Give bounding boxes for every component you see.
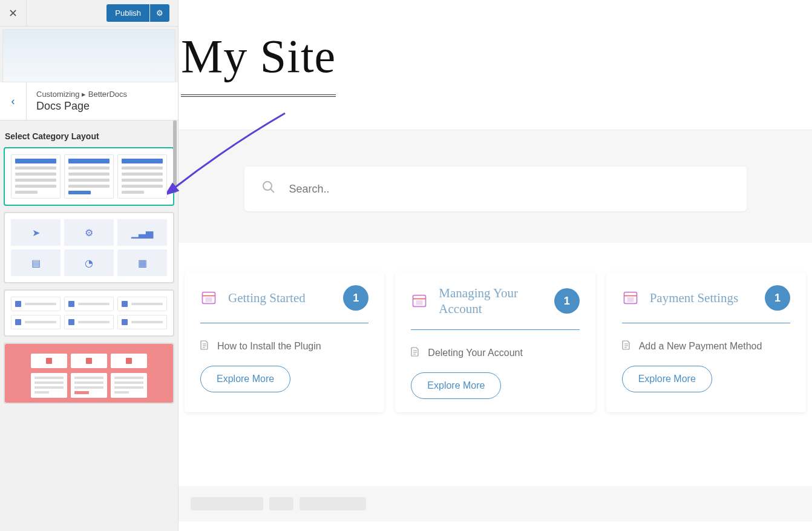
publish-settings-button[interactable]: ⚙	[150, 4, 169, 22]
gear-icon: ⚙	[156, 8, 163, 18]
doc-link[interactable]: Deleting Your Account	[411, 347, 579, 359]
doc-count-badge: 1	[554, 288, 580, 314]
doc-count-badge: 1	[765, 285, 790, 311]
chart-icon: ▁▃▅	[117, 219, 167, 246]
chevron-left-icon: ‹	[11, 95, 15, 108]
layout-option-1[interactable]	[4, 147, 174, 206]
svg-rect-7	[627, 298, 633, 302]
close-icon: ✕	[8, 7, 18, 20]
layout-option-2[interactable]: ➤ ⚙ ▁▃▅ ▤ ◔ ▦	[4, 212, 174, 283]
document-icon	[200, 340, 209, 352]
category-card: Payment Settings 1 Add a New Payment Met…	[606, 272, 806, 412]
back-button[interactable]: ‹	[0, 82, 27, 120]
doc-title: How to Install the Plugin	[217, 341, 321, 352]
section-heading: Select Category Layout	[4, 124, 174, 147]
explore-more-button[interactable]: Explore More	[622, 366, 712, 392]
document-icon	[411, 347, 419, 359]
svg-line-1	[270, 189, 274, 193]
category-title: Managing Your Account	[439, 285, 543, 317]
layout-option-4[interactable]	[4, 343, 174, 404]
svg-rect-5	[417, 301, 422, 305]
svg-point-0	[263, 182, 272, 190]
search-box[interactable]	[244, 167, 747, 211]
pie-icon: ◔	[64, 249, 114, 276]
category-icon	[622, 289, 639, 306]
category-title: Payment Settings	[650, 290, 754, 306]
site-preview-thumbnail	[2, 29, 175, 82]
site-title: My Site	[181, 0, 336, 97]
gear-icon: ⚙	[64, 219, 114, 246]
category-card: Managing Your Account 1 Deleting Your Ac…	[395, 272, 595, 412]
publish-button[interactable]: Publish	[106, 4, 149, 22]
category-title: Getting Started	[228, 290, 332, 306]
layout-option-3[interactable]	[4, 289, 174, 337]
customizer-sidebar: ✕ Publish ⚙ ‹ Customizing ▸ BetterDocs D…	[0, 0, 178, 531]
preview-pane: My Site Getting Started 1	[178, 0, 812, 531]
doc-title: Add a New Payment Method	[639, 341, 762, 352]
breadcrumb: Customizing ▸ BetterDocs	[36, 90, 127, 99]
sidebar-topbar: ✕ Publish ⚙	[0, 0, 178, 27]
explore-more-button[interactable]: Explore More	[411, 372, 501, 399]
panel-title: Docs Page	[36, 100, 127, 113]
category-icon	[411, 292, 428, 309]
doc-title: Deleting Your Account	[428, 348, 523, 358]
scrollbar-thumb[interactable]	[173, 120, 177, 193]
cursor-icon: ➤	[11, 219, 61, 246]
document-icon	[622, 340, 630, 352]
search-hero	[178, 130, 812, 243]
doc-count-badge: 1	[343, 285, 368, 311]
search-icon	[261, 180, 276, 198]
file-icon: ▦	[117, 249, 167, 276]
category-card: Getting Started 1 How to Install the Plu…	[185, 272, 384, 412]
footer-strip	[178, 486, 812, 521]
document-icon: ▤	[11, 249, 61, 276]
category-grid: Getting Started 1 How to Install the Plu…	[178, 243, 812, 441]
close-button[interactable]: ✕	[0, 0, 27, 27]
doc-link[interactable]: How to Install the Plugin	[200, 340, 368, 352]
breadcrumb-row: ‹ Customizing ▸ BetterDocs Docs Page	[0, 82, 178, 120]
doc-link[interactable]: Add a New Payment Method	[622, 340, 790, 352]
panel-body: Select Category Layout ➤ ⚙ ▁▃▅ ▤ ◔ ▦	[0, 120, 178, 531]
category-icon	[200, 289, 217, 306]
search-input[interactable]	[289, 183, 730, 196]
svg-rect-3	[206, 298, 211, 302]
explore-more-button[interactable]: Explore More	[200, 366, 290, 392]
